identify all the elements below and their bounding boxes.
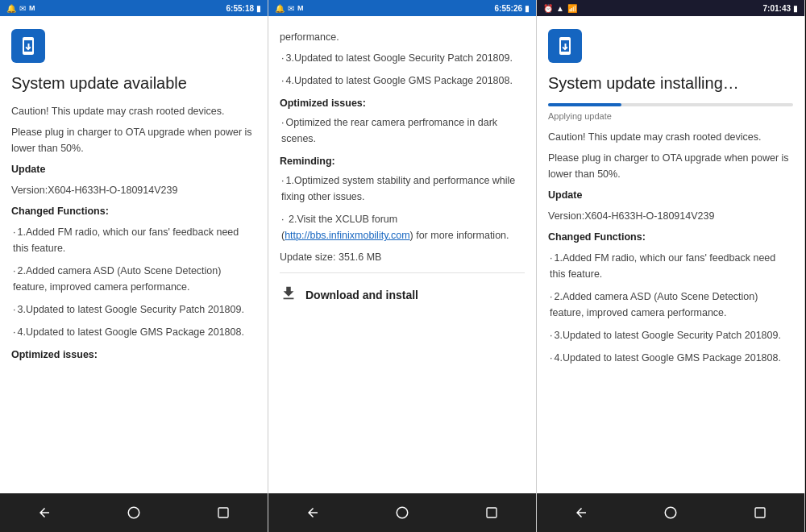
bullet-1-3: 3.Updated to latest Google Security Patc… [11,301,256,318]
time-display-2: 6:55:26 [495,4,522,13]
svg-rect-5 [755,508,765,517]
page-title-1: System update available [11,73,256,94]
performance-text: performance. [280,29,525,45]
progress-container [548,103,793,106]
panel-1: 🔔 ✉ M 6:55:18 ▮ System update available … [0,0,268,532]
svg-point-0 [128,507,139,518]
alarm-icon: 🔔 [6,4,16,13]
p2-bullet-4: 1.Optimized system stability and perform… [280,172,525,205]
recent-button-1[interactable] [207,497,239,529]
p3-bullet-3: 3.Updated to latest Google Security Patc… [548,327,793,343]
bullet-1-1: 1.Added FM radio, which our fans' feedba… [11,224,256,256]
bullet-1-4: 4.Updated to latest Google GMS Package 2… [11,324,256,340]
bullet-1-2: 2.Added camera ASD (Auto Scene Detection… [11,263,256,295]
applying-text: Applying update [548,111,793,121]
svg-rect-1 [218,508,228,517]
download-icon [280,285,297,305]
status-bar-3: ⏰ ▲ 📶 7:01:43 ▮ [537,0,804,16]
back-button-2[interactable] [297,497,329,529]
signal-icon-3: 📶 [567,4,577,13]
svg-rect-3 [487,508,496,517]
p3-bullet-1: 1.Added FM radio, which our fans' feedba… [548,250,793,282]
update-size-text: Update size: 351.6 MB [280,251,525,263]
panel-3-content: System update installing… Applying updat… [537,16,804,493]
svg-point-4 [665,507,676,518]
version-text-1: Version:X604-H633H-O-180914V239 [11,182,256,198]
charger-text-1: Please plug in charger to OTA upgrade wh… [11,124,256,156]
notification-icon: ✉ [19,4,26,13]
battery-icon-2: ▮ [525,4,530,13]
nav-bar-3 [537,493,804,532]
nav-bar-2 [268,493,536,532]
status-right-3: 7:01:43 ▮ [763,4,798,13]
system-update-icon-3 [548,29,582,63]
changed-functions-label-1: Changed Functions: [11,203,256,219]
home-button-2[interactable] [386,497,418,529]
system-update-icon-1 [11,29,45,63]
version-text-3: Version:X604-H633H-O-180914V239 [548,208,793,224]
xclub-link[interactable]: http://bbs.infinixmobility.com [285,230,409,241]
p3-bullet-4: 4.Updated to latest Google GMS Package 2… [548,350,793,366]
p2-reminding-label: Reminding: [280,153,525,169]
p2-bullet-5: 2.Visit the XCLUB forum (http://bbs.infi… [280,211,525,243]
status-left-3: ⏰ ▲ 📶 [543,4,577,13]
page-title-3: System update installing… [548,73,793,94]
caution-text-1: Caution! This update may crash rooted de… [11,103,256,119]
logo-icon: M [29,4,35,12]
battery-icon-3: ▮ [793,4,798,13]
time-display-1: 6:55:18 [226,4,254,13]
logo-icon-2: M [297,4,304,12]
download-label-text: Download and install [305,289,418,301]
status-right-1: 6:55:18 ▮ [226,4,261,13]
status-right-2: 6:55:26 ▮ [495,4,530,13]
update-label-3: Update [548,187,793,203]
p2-bullet-2: 4.Updated to latest Google GMS Package 2… [280,73,525,89]
optimized-label-1: Optimized issues: [11,347,256,363]
caution-text-3: Caution! This update may crash rooted de… [548,129,793,145]
p3-bullet-2: 2.Added camera ASD (Auto Scene Detection… [548,289,793,321]
status-bar-1: 🔔 ✉ M 6:55:18 ▮ [0,0,268,16]
back-button-3[interactable] [565,497,597,529]
changed-functions-label-3: Changed Functions: [548,229,793,245]
progress-bar [548,103,621,106]
recent-button-3[interactable] [744,497,776,529]
status-left-2: 🔔 ✉ M [275,4,304,13]
status-left-1: 🔔 ✉ M [6,4,35,13]
p2-optimized-label: Optimized issues: [280,95,525,111]
svg-point-2 [397,507,408,518]
status-bar-2: 🔔 ✉ M 6:55:26 ▮ [268,0,536,16]
nav-bar-1 [0,493,268,532]
p2-bullet-3: Optimized the rear camera perfromance in… [280,114,525,147]
charger-text-3: Please plug in charger to OTA upgrade wh… [548,150,793,182]
panel-3: ⏰ ▲ 📶 7:01:43 ▮ System update installing… [537,0,805,532]
home-button-1[interactable] [118,497,150,529]
alarm-icon-2: 🔔 [275,4,285,13]
update-label-1: Update [11,161,256,177]
panel-2: 🔔 ✉ M 6:55:26 ▮ performance. 3.Updated t… [268,0,537,532]
back-button-1[interactable] [28,497,60,529]
notification-icon-2: ✉ [288,4,294,13]
panel-1-content: System update available Caution! This up… [0,16,268,493]
battery-icon-1: ▮ [256,4,261,13]
p2-bullet-1: 3.Updated to latest Google Security Patc… [280,50,525,66]
download-install-button[interactable]: Download and install [280,272,525,305]
wifi-icon-3: ▲ [556,4,564,13]
time-display-3: 7:01:43 [763,4,791,13]
panel-2-content: performance. 3.Updated to latest Google … [268,16,536,493]
alarm-icon-3: ⏰ [543,4,553,13]
home-button-3[interactable] [654,497,687,529]
recent-button-2[interactable] [476,497,508,529]
